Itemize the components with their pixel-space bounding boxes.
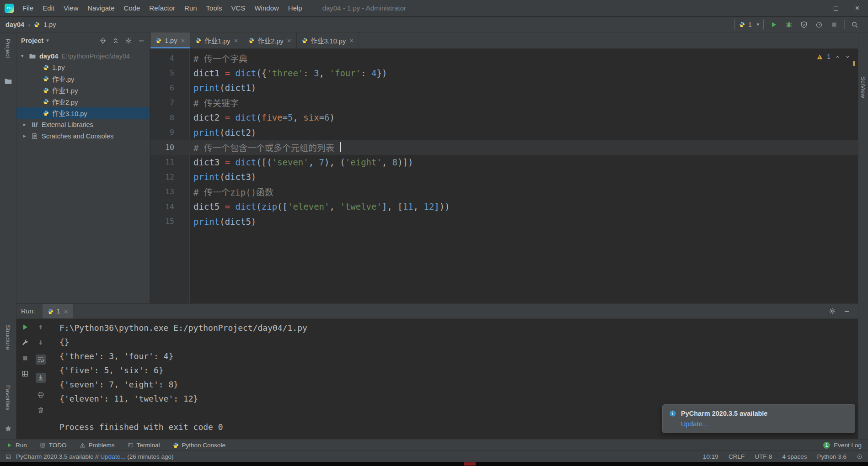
up-stack-trace-icon[interactable] [37, 323, 44, 331]
run-tab[interactable]: 1 × [43, 304, 73, 318]
wrench-icon[interactable] [21, 339, 29, 346]
folder-icon[interactable] [4, 77, 12, 85]
previous-problem-icon[interactable] [835, 54, 841, 60]
maximize-button[interactable] [825, 0, 847, 16]
sidebar-item-structure[interactable]: Structure [5, 325, 11, 350]
run-config-selector[interactable]: 1 ▾ [734, 19, 764, 30]
event-log-button[interactable]: 1Event Log [823, 442, 862, 449]
code-line-13[interactable]: 13# 传一个zip()函数 [150, 185, 858, 200]
tab-close-icon[interactable]: × [234, 37, 238, 44]
code-line-8[interactable]: 8dict2 = dict(five=5, six=6) [150, 110, 858, 125]
toolwindow-button-python-console[interactable]: Python Console [173, 442, 225, 449]
tab-close-icon[interactable]: × [349, 37, 354, 44]
code-line-7[interactable]: 7# 传关键字 [150, 95, 858, 111]
project-view-selector[interactable]: Project ▾ [21, 37, 49, 44]
status-update-link[interactable]: Update... [101, 453, 126, 460]
tab-close-icon[interactable]: × [287, 37, 291, 44]
indent-style[interactable]: 4 spaces [782, 453, 807, 460]
menu-help[interactable]: Help [284, 0, 307, 16]
tab-close-icon[interactable]: × [181, 37, 185, 44]
menu-window[interactable]: Window [250, 0, 283, 16]
gear-icon[interactable] [829, 307, 836, 315]
menu-view[interactable]: View [59, 0, 83, 16]
editor[interactable]: 4# 传一个字典5dict1 = dict({'three': 3, 'four… [150, 49, 858, 303]
file-encoding[interactable]: UTF-8 [755, 453, 772, 460]
tree-item-file-0[interactable]: 1.py [16, 62, 150, 73]
tree-item-file-3[interactable]: 作业2.py [16, 96, 150, 107]
chevron-right-icon[interactable]: ▸ [23, 122, 28, 127]
code-area[interactable]: 4# 传一个字典5dict1 = dict({'three': 3, 'four… [150, 51, 858, 229]
collapse-all-icon[interactable] [112, 37, 119, 44]
editor-tab-1[interactable]: 作业1.py× [190, 32, 243, 48]
toolwindow-button-terminal[interactable]: Terminal [128, 442, 160, 449]
profiler-button[interactable] [814, 20, 824, 30]
sidebar-item-project[interactable]: Project [5, 39, 11, 58]
locate-file-icon[interactable] [99, 37, 107, 44]
menu-file[interactable]: File [18, 0, 38, 16]
close-button[interactable]: × [847, 0, 868, 16]
menu-edit[interactable]: Edit [38, 0, 59, 16]
print-icon[interactable] [37, 391, 44, 398]
menu-navigate[interactable]: Navigate [83, 0, 119, 16]
menu-refactor[interactable]: Refactor [145, 0, 180, 16]
hide-panel-icon[interactable] [138, 37, 145, 44]
stop-button[interactable] [829, 20, 839, 30]
minimize-button[interactable] [804, 0, 825, 16]
chevron-down-icon[interactable]: ▾ [21, 53, 26, 59]
menu-code[interactable]: Code [119, 0, 145, 16]
code-line-15[interactable]: 15print(dict5) [150, 214, 858, 229]
code-line-4[interactable]: 4# 传一个字典 [150, 51, 858, 66]
scroll-to-end-toggle[interactable] [36, 373, 46, 383]
code-line-10[interactable]: 10# 传一个包含一个或多个元组的列表 [150, 140, 858, 155]
gear-icon[interactable] [125, 37, 132, 44]
editor-tab-3[interactable]: 作业3.10.py× [297, 32, 359, 48]
sidebar-item-sciview[interactable]: SciView [860, 76, 867, 98]
interpreter[interactable]: Python 3.6 [817, 453, 847, 460]
tree-item-file-1[interactable]: 作业.py [16, 73, 150, 85]
clear-console-icon[interactable] [37, 407, 44, 414]
close-icon[interactable]: × [64, 307, 68, 315]
code-line-12[interactable]: 12print(dict3) [150, 169, 858, 185]
menu-tools[interactable]: Tools [202, 0, 227, 16]
code-line-5[interactable]: 5dict1 = dict({'three': 3, 'four': 4}) [150, 66, 858, 81]
code-line-14[interactable]: 14dict5 = dict(zip(['eleven', 'twelve'],… [150, 199, 858, 214]
toggle-toolwindows-icon[interactable] [5, 454, 11, 460]
run-button[interactable] [769, 20, 779, 30]
taskbar-app-icon[interactable] [464, 462, 476, 466]
rerun-icon[interactable] [21, 323, 29, 331]
menu-vcs[interactable]: VCS [227, 0, 250, 16]
update-link[interactable]: Update... [681, 420, 848, 428]
star-icon[interactable] [4, 424, 12, 433]
tree-item-scratches-and-consoles[interactable]: ▸Scratches and Consoles [16, 130, 150, 142]
code-line-6[interactable]: 6print(dict1) [150, 80, 858, 95]
breadcrumb-project[interactable]: day04 [5, 21, 24, 28]
tree-item-file-4[interactable]: 作业3.10.py [16, 107, 150, 119]
restore-layout-icon[interactable] [21, 370, 29, 377]
editor-tab-0[interactable]: 1.py× [150, 32, 190, 48]
stop-icon[interactable] [21, 355, 29, 362]
toolwindow-button-todo[interactable]: TODO [40, 442, 67, 449]
code-line-9[interactable]: 9print(dict2) [150, 125, 858, 140]
sidebar-item-favorites[interactable]: Favorites [5, 385, 11, 411]
hide-panel-icon[interactable] [843, 307, 851, 315]
tree-item-external-libraries[interactable]: ▸External Libraries [16, 119, 150, 130]
editor-tab-2[interactable]: 作业2.py× [243, 32, 296, 48]
toolwindow-button-problems[interactable]: Problems [80, 442, 115, 449]
code-line-11[interactable]: 11dict3 = dict([('seven', 7), ('eight', … [150, 155, 858, 170]
breadcrumb-file[interactable]: 1.py [43, 21, 56, 28]
toolwindow-button-run[interactable]: Run [6, 442, 27, 449]
caret-position[interactable]: 10:19 [703, 453, 718, 460]
notification-balloon[interactable]: PyCharm 2020.3.5 available Update... [662, 404, 855, 433]
debug-button[interactable] [784, 20, 794, 30]
line-separator[interactable]: CRLF [729, 453, 745, 460]
search-everywhere-button[interactable] [850, 20, 860, 30]
coverage-button[interactable] [799, 20, 809, 30]
soft-wrap-toggle[interactable] [36, 355, 46, 365]
tree-root[interactable]: ▾day04E:\pythonProject\day04 [16, 50, 150, 62]
down-stack-trace-icon[interactable] [37, 339, 44, 346]
menu-run[interactable]: Run [180, 0, 202, 16]
highlighting-level-icon[interactable] [857, 454, 863, 460]
next-problem-icon[interactable] [845, 54, 851, 60]
chevron-right-icon[interactable]: ▸ [23, 133, 28, 139]
tree-item-file-2[interactable]: 作业1.py [16, 85, 150, 96]
